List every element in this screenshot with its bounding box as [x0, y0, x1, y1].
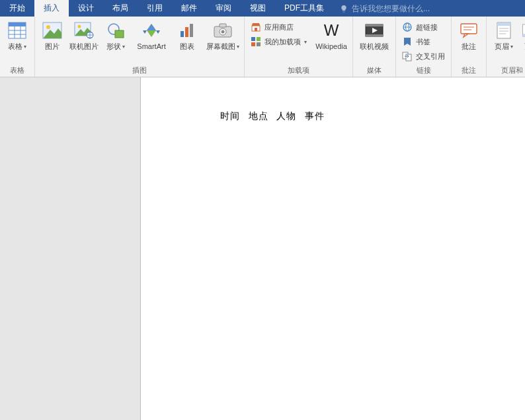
caret-icon: ▾: [122, 42, 125, 51]
bookmark-label: 书签: [416, 37, 430, 47]
comment-button[interactable]: 批注: [454, 19, 483, 51]
picture-label: 图片: [45, 42, 60, 51]
svg-rect-14: [185, 27, 188, 37]
shapes-label: 形状: [106, 42, 121, 51]
table-icon: [7, 20, 28, 41]
document-area: 时间 地点 人物 事件: [0, 77, 525, 420]
addins-icon: [251, 36, 261, 47]
lightbulb-icon: [340, 5, 348, 13]
svg-rect-44: [523, 34, 526, 36]
table-button[interactable]: 表格▾: [3, 19, 32, 51]
svg-rect-35: [461, 24, 477, 34]
header-label: 页眉: [495, 42, 509, 51]
chart-button[interactable]: 图表: [173, 19, 202, 51]
svg-rect-1: [9, 22, 26, 26]
tab-layout[interactable]: 布局: [103, 0, 138, 17]
svg-rect-29: [366, 34, 383, 36]
comment-icon: [458, 20, 479, 41]
crossref-label: 交叉引用: [416, 52, 445, 62]
doc-word: 时间: [220, 110, 240, 121]
online-picture-button[interactable]: 联机图片: [69, 19, 99, 51]
group-comment: 批注 批注: [452, 17, 487, 77]
store-button[interactable]: 应用商店: [247, 21, 310, 34]
hyperlink-label: 超链接: [416, 22, 438, 32]
doc-word: 事件: [305, 110, 325, 121]
hyperlink-button[interactable]: 超链接: [399, 21, 448, 34]
online-picture-label: 联机图片: [69, 42, 99, 51]
smartart-button[interactable]: SmartArt: [133, 19, 170, 51]
group-addins-label: 加载项: [245, 65, 352, 77]
footer-button[interactable]: 页: [521, 19, 525, 51]
group-table: 表格▾ 表格: [0, 17, 35, 77]
caret-icon: ▾: [237, 42, 239, 51]
svg-rect-13: [181, 31, 184, 37]
group-header-footer-label: 页眉和: [487, 65, 525, 77]
svg-rect-22: [251, 37, 255, 41]
group-links-label: 链接: [396, 65, 451, 77]
svg-rect-15: [190, 24, 193, 37]
online-video-label: 联机视频: [360, 42, 389, 51]
online-video-button[interactable]: 联机视频: [356, 19, 393, 51]
crossref-icon: [402, 51, 413, 62]
doc-word: 人物: [276, 110, 296, 121]
document-text: 时间 地点 人物 事件: [220, 110, 330, 122]
chart-icon: [177, 20, 198, 41]
comment-label: 批注: [462, 42, 476, 51]
group-addins: 应用商店 我的加载项 ▾ W Wikipedia 加载项: [245, 17, 353, 77]
caret-icon: ▾: [24, 42, 26, 51]
svg-rect-24: [251, 42, 255, 46]
crossref-button[interactable]: 交叉引用: [399, 50, 448, 63]
tab-view[interactable]: 视图: [241, 0, 275, 17]
navigation-pane[interactable]: [0, 77, 141, 420]
picture-icon: [42, 20, 63, 41]
picture-button[interactable]: 图片: [38, 19, 67, 51]
tell-me-search[interactable]: [340, 0, 458, 17]
bookmark-button[interactable]: 书签: [399, 35, 448, 48]
svg-rect-17: [220, 24, 226, 27]
svg-rect-23: [257, 37, 261, 41]
group-media-label: 媒体: [353, 65, 395, 77]
tab-references[interactable]: 引用: [138, 0, 172, 17]
wikipedia-label: Wikipedia: [315, 42, 347, 51]
screenshot-button[interactable]: 屏幕截图▾: [204, 19, 241, 51]
table-label: 表格: [8, 42, 22, 51]
header-button[interactable]: 页眉▾: [489, 19, 518, 51]
my-addins-label: 我的加载项: [264, 37, 301, 47]
hyperlink-icon: [402, 22, 413, 32]
smartart-label: SmartArt: [137, 42, 165, 51]
shapes-icon: [105, 20, 126, 41]
svg-rect-21: [255, 28, 257, 31]
svg-point-9: [78, 25, 81, 28]
chart-label: 图表: [180, 42, 194, 51]
svg-rect-34: [406, 54, 411, 61]
tab-home[interactable]: 开始: [0, 0, 34, 17]
svg-rect-39: [497, 22, 510, 26]
ribbon: 表格▾ 表格 图片 联机图片 形状▾: [0, 17, 525, 77]
bookmark-icon: [402, 36, 413, 47]
svg-point-7: [46, 25, 50, 29]
group-header-footer: 页眉▾ 页 页眉和: [487, 17, 525, 77]
wikipedia-button[interactable]: W Wikipedia: [313, 19, 350, 51]
tell-me-input[interactable]: [352, 4, 458, 13]
screenshot-label: 屏幕截图: [206, 42, 235, 51]
svg-rect-12: [115, 30, 124, 38]
tab-design[interactable]: 设计: [69, 0, 103, 17]
group-media: 联机视频 媒体: [353, 17, 396, 77]
caret-icon: ▾: [304, 39, 307, 45]
tab-mailings[interactable]: 邮件: [172, 0, 206, 17]
tab-review[interactable]: 审阅: [206, 0, 241, 17]
my-addins-button[interactable]: 我的加载项 ▾: [247, 35, 310, 48]
store-icon: [251, 22, 261, 32]
tab-insert[interactable]: 插入: [34, 0, 69, 17]
header-icon: [493, 20, 514, 41]
shapes-button[interactable]: 形状▾: [101, 19, 130, 51]
video-icon: [364, 20, 385, 41]
svg-rect-28: [366, 24, 383, 26]
group-illustrations: 图片 联机图片 形状▾ SmartArt: [35, 17, 245, 77]
group-comment-label: 批注: [452, 65, 486, 77]
group-links: 超链接 书签 交叉引用 链接: [396, 17, 452, 77]
online-picture-icon: [73, 20, 95, 41]
tab-pdf-tools[interactable]: PDF工具集: [275, 0, 333, 17]
document-page[interactable]: 时间 地点 人物 事件: [141, 77, 525, 420]
footer-icon: [517, 20, 525, 41]
